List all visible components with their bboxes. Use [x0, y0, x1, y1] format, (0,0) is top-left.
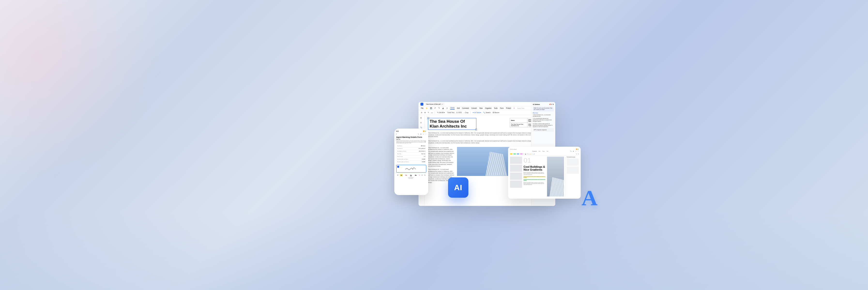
highlight-yellow-button[interactable]: Aa [400, 174, 403, 176]
phone-toolbar: ☐ Aa Aa Aa Aa ✎ ↶ ↷ [396, 174, 426, 176]
row-value: 1206489 [422, 161, 425, 162]
hl-blue-button[interactable] [517, 153, 519, 155]
row-key: Beneficiary Account Name [397, 159, 408, 160]
edit-all-button[interactable]: ✎ Edit All ▾ [437, 112, 445, 114]
add-text-button[interactable]: T Add Text [447, 112, 455, 113]
crop-button[interactable]: ⟓ Crop [464, 112, 468, 113]
menu-convert[interactable]: Convert [471, 107, 477, 109]
menu-view[interactable]: View [479, 107, 483, 109]
phone-time: 9:41 [396, 131, 399, 132]
comment-tab[interactable]: Comment ⌃ [396, 177, 426, 179]
menu-form[interactable]: Form [500, 107, 504, 109]
link-icon[interactable]: 🔗 [533, 153, 535, 155]
save-icon[interactable]: 💾 [430, 107, 432, 109]
bookmark-icon[interactable]: ▭ [423, 134, 424, 135]
pen-icon[interactable]: ✎ [524, 153, 524, 155]
row-value: 3015 RN 8th St [419, 151, 425, 152]
shape-icon[interactable]: ◻ [529, 153, 529, 155]
search-button[interactable]: 🔍 Search [483, 112, 490, 114]
row-key: Bank Name [397, 145, 402, 146]
doc-para-2: Monday 23 July 2023 // Outline movements… [524, 182, 546, 185]
more-icon[interactable]: ⋯ [578, 151, 579, 152]
undo-icon[interactable]: ↶ [434, 107, 436, 109]
zoom-out-icon[interactable]: ⊖ [421, 112, 423, 114]
menu-file[interactable]: File [421, 107, 423, 109]
tab-edit[interactable]: Edit [539, 151, 540, 152]
menu-organize[interactable]: Organize [485, 107, 491, 109]
tab-page[interactable]: Page [542, 151, 545, 152]
bookmark-icon[interactable]: ▭ [576, 151, 576, 152]
thumb[interactable] [510, 173, 522, 180]
zoom-in-icon[interactable]: ⊕ [424, 112, 426, 114]
undo-icon[interactable]: ↶ [422, 175, 423, 176]
summary-item-3: 3.It relies on photovoltaic panels for e… [533, 123, 554, 128]
highlight-icon[interactable]: ✎ [428, 112, 429, 114]
search-icon[interactable]: 🔍 [570, 151, 571, 152]
tab-tool[interactable]: Tool [547, 151, 548, 152]
wifi-battery-icon: 📶 🔋 [576, 149, 579, 150]
redo-icon[interactable]: ↷ [578, 153, 579, 155]
grid-icon[interactable]: ▦ [573, 151, 574, 152]
form-row: Bank BranchDrive-up Branch [396, 147, 426, 150]
menu-home[interactable]: Home [450, 107, 454, 109]
close-ai-icon[interactable]: ✕ [553, 104, 554, 105]
text-red-button[interactable]: Aa [405, 174, 408, 176]
page-icon[interactable]: ▭ [431, 112, 433, 114]
thumbnails-icon[interactable]: ▤ [420, 117, 423, 119]
document-tab[interactable]: Sea House of klan.pdf ✕ [425, 103, 444, 105]
menu-protect[interactable]: Protect [506, 107, 511, 109]
menu-comment[interactable]: Comment [462, 107, 469, 109]
selected-title-block[interactable]: The Sea House Of Klan Architects Inc [428, 118, 476, 130]
bookmarks-icon[interactable]: ☰ [420, 122, 423, 124]
stamp-icon[interactable]: ✓ [532, 153, 532, 155]
search-tools-input[interactable]: Search Tools [517, 108, 524, 109]
close-icon[interactable]: ✕ [441, 103, 443, 105]
summary-item-2: 2.Our exceptionally talented and experie… [533, 118, 554, 122]
more-button[interactable]: ☰ More ▾ [493, 112, 499, 114]
salutation: Dear Sir, [396, 139, 426, 140]
summary-label: #Summary [533, 112, 554, 114]
pen-icon[interactable]: ✎ [419, 175, 420, 176]
pin-icon[interactable]: 📌 [549, 104, 551, 105]
search-icon[interactable]: 🔍 [418, 134, 419, 135]
thumb[interactable] [510, 156, 522, 164]
note-icon[interactable]: ▮ [530, 153, 531, 155]
thumb[interactable] [510, 181, 522, 188]
menu-edit[interactable]: Edit [457, 107, 460, 109]
row-value: New York [422, 153, 425, 154]
form-title: Agent Banking Details Form [396, 136, 426, 138]
tablet-toolbar: ✎ ◧ T ◻ ▮ ✓ 🔗 ↶ ↷ [510, 152, 579, 156]
undo-icon[interactable]: ↶ [576, 153, 577, 155]
tablet-statusbar: 9:41 Tue Sep 4 📶 🔋 [510, 149, 579, 150]
checkbox-icon[interactable]: ☐ [397, 175, 398, 176]
grid-icon[interactable]: ▦ [421, 134, 422, 135]
hl-yellow-button[interactable] [510, 153, 513, 155]
signature-field[interactable] [396, 165, 426, 173]
thumb[interactable] [510, 165, 522, 172]
print-icon[interactable]: 🖨 [442, 107, 444, 109]
form-rows: Bank NameABC BankBank BranchDrive-up Bra… [396, 145, 426, 164]
strike-button[interactable]: Aa [414, 174, 417, 176]
ai-tools-button[interactable]: ✦ AI Tools ▾ [472, 112, 481, 114]
back-icon[interactable]: ‹ [396, 133, 397, 135]
hl-green-button[interactable] [514, 153, 516, 155]
ai-footer: GPT's response: response [533, 128, 554, 132]
more-icon[interactable]: ⋯ [425, 134, 426, 135]
menu-tools[interactable]: Tools [494, 107, 497, 109]
ai-sparkle-icon[interactable]: ✦ [514, 107, 515, 109]
expand-icon[interactable]: ⤢ [551, 104, 552, 105]
signature-icon [404, 166, 418, 171]
ocr-button[interactable]: ⊡ OCR [456, 112, 462, 114]
open-icon[interactable]: 📁 [426, 107, 428, 109]
redo-icon[interactable]: ↷ [424, 175, 425, 176]
ai-app-icon[interactable]: AI [448, 177, 468, 198]
tab-comment[interactable]: Comment [532, 151, 537, 152]
eraser-icon[interactable]: ◧ [525, 153, 526, 155]
hl-line-1: Commercial practice instruction from the… [524, 176, 546, 178]
th-name: Name [510, 118, 527, 123]
text-icon[interactable]: T [527, 153, 528, 155]
share-icon[interactable]: ⇪ [446, 107, 448, 109]
hl-pink-button[interactable] [520, 153, 523, 155]
underline-button[interactable]: Aa [409, 174, 412, 176]
redo-icon[interactable]: ↷ [438, 107, 440, 109]
